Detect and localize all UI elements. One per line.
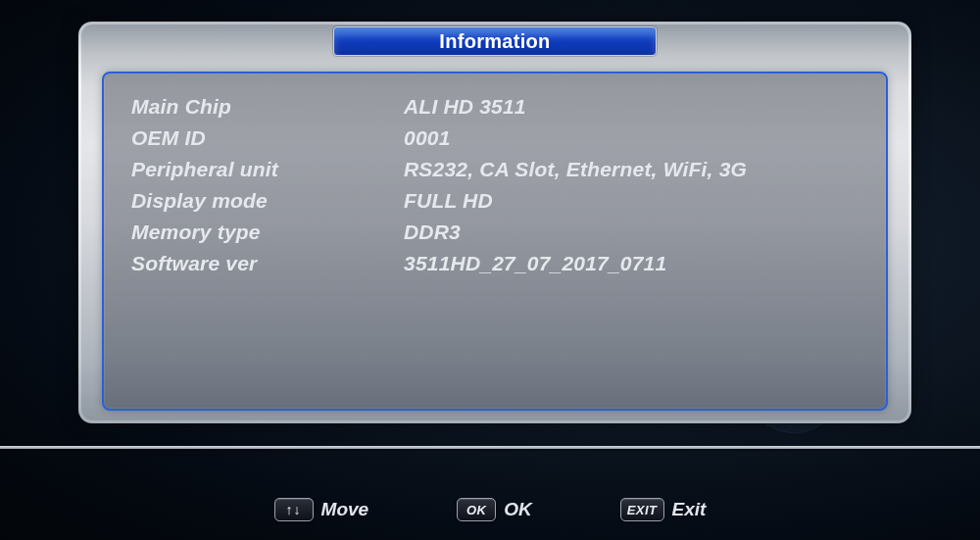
info-label: Software ver (131, 252, 404, 275)
divider (0, 446, 980, 449)
info-value: RS232, CA Slot, Ethernet, WiFi, 3G (404, 158, 747, 181)
window-title: Information (439, 30, 550, 53)
info-window: Information Main Chip ALI HD 3511 OEM ID… (78, 22, 911, 423)
info-panel: Main Chip ALI HD 3511 OEM ID 0001 Periph… (102, 72, 888, 411)
hint-label: OK (504, 499, 532, 520)
info-row: Software ver 3511HD_27_07_2017_0711 (131, 248, 858, 279)
hint-bar: ↑↓ Move OK OK EXIT Exit (0, 490, 980, 529)
ok-key-icon: OK (457, 498, 496, 521)
info-row: OEM ID 0001 (131, 123, 858, 154)
info-value: ALI HD 3511 (404, 95, 526, 119)
info-label: Main Chip (131, 95, 404, 119)
updown-icon: ↑↓ (274, 498, 314, 521)
hint-exit[interactable]: EXIT Exit (620, 498, 707, 521)
info-row: Peripheral unit RS232, CA Slot, Ethernet… (131, 154, 858, 185)
info-row: Main Chip ALI HD 3511 (131, 91, 858, 123)
info-label: OEM ID (131, 126, 404, 150)
info-label: Peripheral unit (131, 158, 404, 181)
hint-label: Move (321, 499, 369, 520)
exit-key-icon: EXIT (620, 498, 664, 521)
info-value: 3511HD_27_07_2017_0711 (404, 252, 666, 275)
hint-move[interactable]: ↑↓ Move (274, 498, 369, 521)
info-row: Display mode FULL HD (131, 185, 858, 217)
hint-label: Exit (672, 499, 707, 520)
info-value: FULL HD (404, 189, 493, 213)
hint-ok[interactable]: OK OK (457, 498, 532, 521)
info-value: DDR3 (404, 221, 461, 244)
info-row: Memory type DDR3 (131, 217, 858, 248)
info-value: 0001 (404, 126, 451, 150)
info-label: Memory type (131, 221, 404, 244)
title-bar: Information (333, 26, 657, 56)
info-label: Display mode (131, 189, 404, 213)
